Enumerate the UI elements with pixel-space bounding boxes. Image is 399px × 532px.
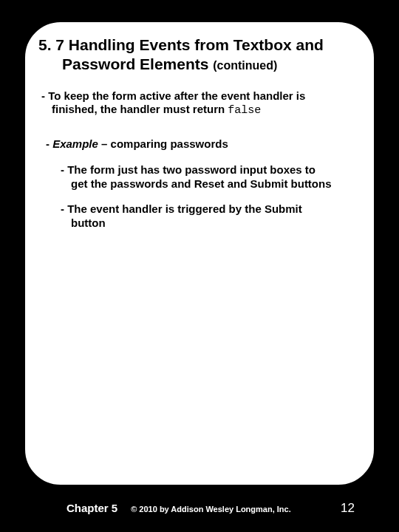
bullet-4-line2: button	[71, 216, 361, 231]
slide-frame: 5. 7 Handling Events from Textbox and Pa…	[24, 21, 375, 486]
footer-chapter: Chapter 5	[66, 502, 117, 514]
heading-line1: 5. 7 Handling Events from Textbox and	[38, 36, 324, 53]
footer-copyright: © 2010 by Addison Wesley Longman, Inc.	[131, 505, 341, 514]
bullet-3: - The form just has two password input b…	[61, 163, 361, 191]
footer-page-number: 12	[341, 501, 355, 516]
slide-footer: Chapter 5 © 2010 by Addison Wesley Longm…	[0, 501, 399, 516]
bullet-1: - To keep the form active after the even…	[41, 89, 361, 119]
heading-continued: (continued)	[213, 59, 277, 72]
bullet-1-line2: finished, the handler must return	[52, 103, 228, 115]
bullet-4: - The event handler is triggered by the …	[61, 202, 361, 231]
heading-line2: Password Elements	[62, 55, 213, 72]
bullet-2-rest: – comparing passwords	[98, 137, 228, 150]
code-false: false	[228, 104, 261, 117]
bullet-3-line2: get the passwords and Reset and Submit b…	[71, 177, 361, 191]
slide-heading: 5. 7 Handling Events from Textbox and Pa…	[38, 35, 361, 75]
bullet-2: - Example – comparing passwords	[46, 137, 361, 151]
bullet-3-line1: - The form just has two password input b…	[61, 163, 316, 176]
bullet-1-line1: - To keep the form active after the even…	[41, 89, 305, 102]
slide-body: - To keep the form active after the even…	[38, 89, 361, 231]
bullet-2-example: Example	[52, 137, 98, 150]
bullet-4-line1: - The event handler is triggered by the …	[61, 202, 302, 215]
bullet-2-dash: -	[46, 137, 52, 150]
